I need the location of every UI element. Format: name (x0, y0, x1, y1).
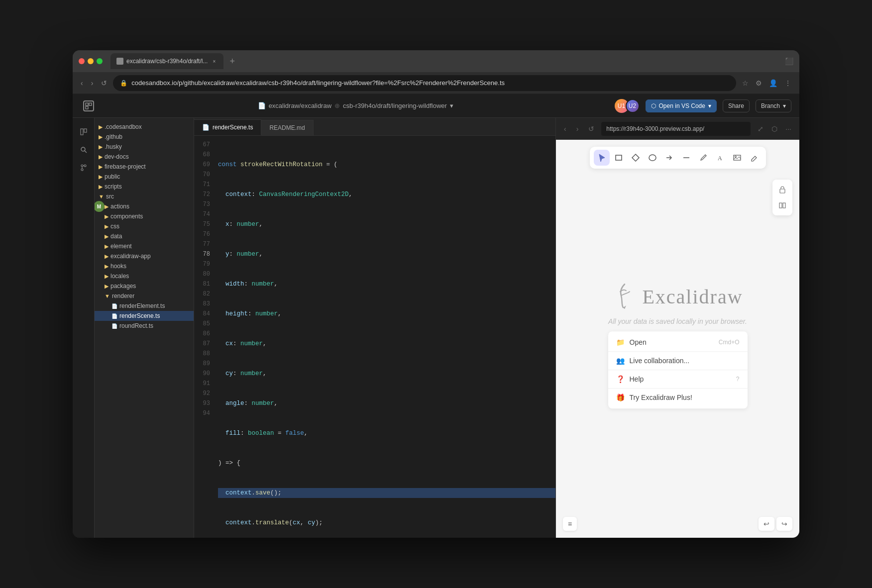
plus-icon: 🎁 (616, 393, 625, 401)
explorer-item-public[interactable]: ▶ public (95, 172, 194, 182)
folder-icon: ▶ (105, 213, 109, 220)
tab-title: excalidraw/csb-r39h4o/draft/l... (126, 58, 208, 65)
file-explorer: ▶ .codesandbox ▶ .github ▶ .husky ▶ dev-… (95, 118, 194, 538)
excalidraw-undo-button[interactable]: ↩ (759, 517, 774, 531)
branch-button[interactable]: Branch ▾ (756, 99, 791, 112)
excalidraw-menu-open[interactable]: 📁 Open Cmd+O (608, 333, 748, 352)
explorer-item-label: renderer (112, 293, 134, 299)
explorer-item-excalidraw-app[interactable]: ▶ excalidraw-app (95, 251, 194, 261)
code-line: y: number, (218, 249, 555, 259)
explorer-item-scripts[interactable]: ▶ scripts (95, 182, 194, 192)
csb-breadcrumb: 📄 excalidraw/excalidraw ⊕ csb-r39h4o/dra… (103, 102, 609, 109)
folder-icon: ▶ (105, 263, 109, 270)
excalidraw-tool-diamond[interactable] (628, 150, 644, 166)
excalidraw-subtitle: All your data is saved locally in your b… (608, 317, 747, 325)
sidebar-search-icon[interactable] (76, 142, 92, 158)
more-options-icon[interactable]: ⋮ (782, 77, 793, 89)
minimize-button[interactable] (88, 58, 94, 64)
preview-expand-button[interactable]: ⤢ (755, 123, 766, 135)
preview-more-button[interactable]: ··· (782, 123, 794, 135)
editor-tab-renderScene[interactable]: 📄 renderScene.ts (194, 119, 261, 135)
explorer-item-src[interactable]: ▼ src (95, 192, 194, 201)
preview-url-bar[interactable]: https://r39h4o-3000.preview.csb.app/ (601, 122, 751, 136)
excalidraw-tool-eraser[interactable] (746, 150, 762, 166)
excalidraw-menu-plus[interactable]: 🎁 Try Excalidraw Plus! (608, 389, 748, 406)
excalidraw-library-button[interactable] (775, 198, 789, 212)
codesandbox-app: 📄 excalidraw/excalidraw ⊕ csb-r39h4o/dra… (73, 94, 799, 538)
explorer-item-renderer[interactable]: ▼ renderer (95, 291, 194, 301)
browser-window: excalidraw/csb-r39h4o/draft/l... × + ⬛ ‹… (73, 50, 799, 538)
explorer-item-data[interactable]: ▶ data (95, 231, 194, 241)
folder-icon: ▶ (105, 203, 109, 210)
browser-tab-active[interactable]: excalidraw/csb-r39h4o/draft/l... × (110, 53, 223, 69)
folder-icon: ▶ (99, 164, 103, 170)
close-button[interactable] (79, 58, 85, 64)
explorer-item-devdocs[interactable]: ▶ dev-docs (95, 152, 194, 162)
excalidraw-tool-ellipse[interactable] (645, 150, 660, 166)
hamburger-icon: ≡ (568, 520, 572, 528)
excalidraw-tool-text[interactable]: A (712, 150, 728, 166)
profile-icon[interactable]: 👤 (767, 77, 779, 89)
explorer-item-hooks[interactable]: ▶ hooks (95, 261, 194, 271)
explorer-item-github[interactable]: ▶ .github (95, 132, 194, 142)
svg-rect-2 (86, 106, 88, 109)
open-vscode-button[interactable]: ⬡ Open in VS Code ▾ (646, 99, 717, 112)
preview-forward-button[interactable]: › (573, 123, 582, 135)
tab-close-button[interactable]: × (211, 58, 218, 65)
explorer-item-actions[interactable]: ▶ actions M (95, 201, 194, 211)
code-area[interactable]: 67 68 69 70 71 72 73 74 75 76 77 (194, 136, 555, 538)
explorer-item-roundRect[interactable]: 📄 roundRect.ts (95, 321, 194, 331)
excalidraw-menu-button[interactable]: ≡ (563, 517, 577, 531)
excalidraw-menu-collab[interactable]: 👥 Live collaboration... (608, 352, 748, 370)
explorer-item-codesandbox[interactable]: ▶ .codesandbox (95, 122, 194, 132)
breadcrumb-repo[interactable]: excalidraw/excalidraw (269, 102, 331, 109)
explorer-item-renderScene[interactable]: 📄 renderScene.ts (95, 311, 194, 321)
explorer-item-packages[interactable]: ▶ packages (95, 281, 194, 291)
explorer-item-label: public (105, 173, 120, 180)
maximize-button[interactable] (97, 58, 103, 64)
line-num: 94 (194, 408, 210, 418)
svg-text:A: A (718, 155, 722, 162)
excalidraw-tool-pencil[interactable] (695, 150, 711, 166)
sidebar-git-icon[interactable] (76, 160, 92, 176)
sidebar-explorer-icon[interactable] (76, 124, 92, 140)
explorer-item-locales[interactable]: ▶ locales (95, 271, 194, 281)
explorer-item-label: excalidraw-app (110, 253, 151, 260)
refresh-button[interactable]: ↺ (99, 77, 109, 89)
excalidraw-tool-select[interactable] (594, 150, 610, 166)
back-button[interactable]: ‹ (79, 77, 85, 89)
code-line: x: number, (218, 219, 555, 229)
url-bar[interactable]: 🔒 codesandbox.io/p/github/excalidraw/exc… (113, 75, 736, 91)
git-change-badge: M (95, 201, 105, 212)
preview-external-button[interactable]: ⬡ (768, 123, 780, 135)
explorer-item-css[interactable]: ▶ css (95, 221, 194, 231)
editor-tab-readme[interactable]: README.md (261, 120, 313, 135)
preview-back-button[interactable]: ‹ (561, 123, 569, 135)
code-content[interactable]: const strokeRectWithRotation = ( context… (214, 136, 555, 538)
breadcrumb-branch[interactable]: csb-r39h4o/draft/lingering-wildflower (343, 102, 447, 109)
excalidraw-redo-button[interactable]: ↪ (776, 517, 792, 531)
share-button[interactable]: Share (723, 99, 750, 112)
url-text: codesandbox.io/p/github/excalidraw/excal… (131, 79, 505, 87)
forward-button[interactable]: › (89, 77, 96, 89)
excalidraw-menu-help[interactable]: ❓ Help ? (608, 370, 748, 389)
explorer-item-firebase[interactable]: ▶ firebase-project (95, 162, 194, 172)
excalidraw-tool-line[interactable] (678, 150, 694, 166)
explorer-item-element[interactable]: ▶ element (95, 241, 194, 251)
svg-rect-19 (779, 203, 782, 208)
explorer-item-components[interactable]: ▶ components (95, 211, 194, 221)
breadcrumb-dropdown-icon[interactable]: ▾ (450, 102, 453, 109)
open-vscode-dropdown-icon[interactable]: ▾ (708, 102, 711, 109)
excalidraw-tool-image[interactable] (729, 150, 745, 166)
excalidraw-tool-rectangle[interactable] (611, 150, 627, 166)
new-tab-button[interactable]: + (225, 56, 239, 67)
line-num: 93 (194, 398, 210, 408)
preview-refresh-button[interactable]: ↺ (585, 123, 597, 135)
explorer-item-renderElement[interactable]: 📄 renderElement.ts (95, 301, 194, 311)
bookmark-icon[interactable]: ☆ (740, 77, 751, 89)
tab-label: renderScene.ts (213, 124, 253, 131)
excalidraw-lock-button[interactable] (775, 183, 789, 196)
excalidraw-tool-arrow[interactable] (661, 150, 677, 166)
explorer-item-husky[interactable]: ▶ .husky (95, 142, 194, 152)
extensions-icon[interactable]: ⚙ (754, 77, 764, 89)
